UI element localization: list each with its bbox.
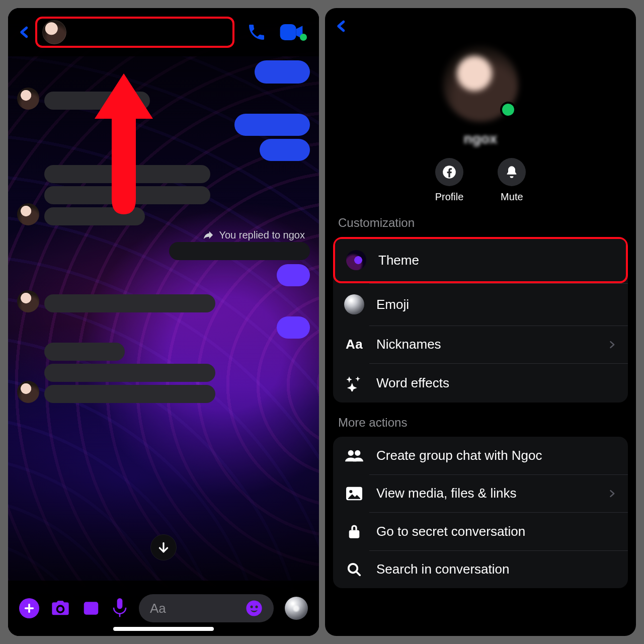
emoji-row[interactable]: Emoji <box>333 283 628 326</box>
reply-preview: You replied to ngox <box>17 229 305 241</box>
emoji-picker-icon[interactable] <box>246 600 263 617</box>
aa-icon: Aa <box>346 337 363 352</box>
mute-button[interactable]: Mute <box>498 158 526 203</box>
svg-point-13 <box>349 490 352 493</box>
svg-rect-0 <box>280 24 296 40</box>
facebook-icon <box>442 165 456 179</box>
word-effects-row[interactable]: Word effects <box>333 363 628 403</box>
arrow-down-icon <box>157 541 170 554</box>
search-in-conversation-row[interactable]: Search in conversation <box>333 550 628 588</box>
theme-row[interactable]: Theme <box>333 237 628 283</box>
audio-call-icon[interactable] <box>247 22 267 42</box>
avatar <box>17 381 39 403</box>
lock-icon <box>347 523 361 539</box>
image-icon[interactable] <box>82 599 101 618</box>
group-icon <box>345 449 363 463</box>
avatar <box>17 88 39 110</box>
profile-button[interactable]: Profile <box>435 158 464 203</box>
header-profile-button[interactable] <box>35 17 234 48</box>
back-icon[interactable] <box>334 16 349 36</box>
camera-icon[interactable] <box>50 598 70 618</box>
view-media-row[interactable]: View media, files & links <box>333 474 628 512</box>
section-more-actions: More actions <box>325 403 636 437</box>
chevron-right-icon <box>607 489 617 499</box>
back-icon[interactable] <box>17 22 32 42</box>
microphone-icon[interactable] <box>112 598 128 618</box>
sticker-button[interactable] <box>285 597 308 620</box>
avatar <box>17 203 39 225</box>
emoji-icon <box>344 294 364 314</box>
reply-icon <box>203 230 214 241</box>
profile-hero: ngox Profile Mute <box>325 46 636 203</box>
video-call-icon[interactable] <box>280 24 310 40</box>
create-group-row[interactable]: Create group chat with Ngoc <box>333 437 628 474</box>
message-placeholder: Aa <box>150 601 166 616</box>
chat-screenshot: You replied to ngox <box>8 8 319 636</box>
svg-point-7 <box>250 606 253 608</box>
messages-area: You replied to ngox <box>17 56 310 571</box>
online-dot-icon <box>300 34 307 41</box>
svg-rect-5 <box>117 598 123 609</box>
chat-top-bar <box>8 8 319 56</box>
search-icon <box>347 562 362 577</box>
media-icon <box>346 487 362 501</box>
svg-point-8 <box>255 606 258 608</box>
sparkle-icon <box>346 374 363 391</box>
section-customization: Customization <box>325 203 636 237</box>
nicknames-row[interactable]: Aa Nicknames <box>333 326 628 363</box>
svg-line-16 <box>356 572 360 575</box>
home-indicator <box>113 627 214 631</box>
svg-point-6 <box>246 600 262 616</box>
svg-rect-4 <box>84 602 99 614</box>
theme-thumb-icon <box>346 250 366 270</box>
avatar <box>17 290 39 312</box>
message-input[interactable]: Aa <box>139 594 274 622</box>
scroll-to-bottom-button[interactable] <box>150 534 177 560</box>
chevron-right-icon <box>607 340 617 350</box>
svg-point-10 <box>348 450 354 455</box>
secret-conversation-row[interactable]: Go to secret conversation <box>333 512 628 550</box>
svg-point-11 <box>355 450 360 455</box>
plus-icon <box>24 603 35 614</box>
online-dot-icon <box>502 104 514 116</box>
avatar <box>42 20 66 44</box>
details-screenshot: ngox Profile Mute Customization Theme <box>325 8 636 636</box>
profile-name: ngox <box>464 131 498 147</box>
svg-rect-14 <box>349 530 360 538</box>
bell-icon <box>505 165 519 179</box>
add-button[interactable] <box>19 598 39 618</box>
